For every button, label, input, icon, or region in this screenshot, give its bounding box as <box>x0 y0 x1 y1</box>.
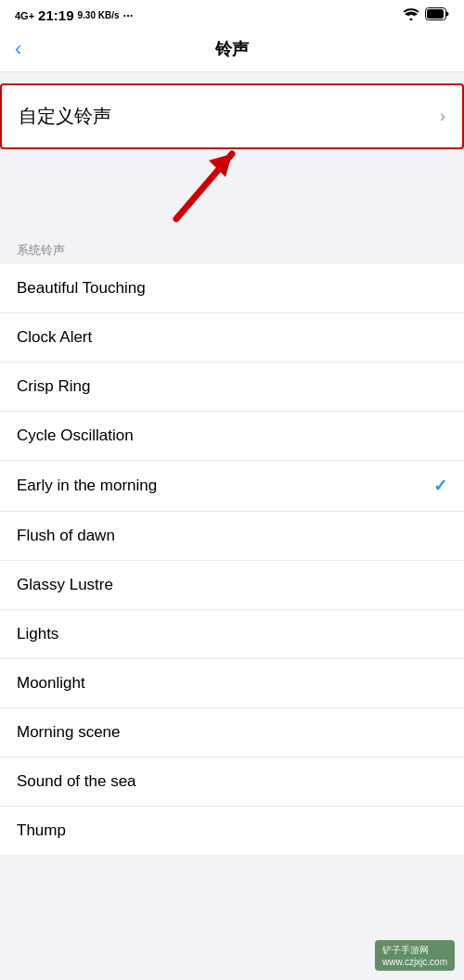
ringtone-name: Early in the morning <box>17 477 157 495</box>
back-button[interactable]: ‹ <box>15 37 21 61</box>
ringtone-name: Cycle Oscillation <box>17 426 134 445</box>
ringtone-item[interactable]: Beautiful Touching <box>0 264 464 313</box>
chevron-right-icon: › <box>440 107 445 126</box>
page-header: ‹ 铃声 <box>0 27 464 72</box>
ringtone-name: Crisp Ring <box>17 377 90 396</box>
wifi-icon <box>403 8 419 23</box>
check-icon: ✓ <box>433 476 447 496</box>
custom-ringtone-label: 自定义铃声 <box>19 104 111 129</box>
ringtone-item[interactable]: Crisp Ring <box>0 363 464 412</box>
ringtone-name: Morning scene <box>17 723 121 742</box>
status-right <box>403 7 449 23</box>
ringtone-item[interactable]: Glassy Lustre <box>0 561 464 610</box>
ringtone-item[interactable]: Lights <box>0 610 464 659</box>
network-speed: 9.30 KB/s <box>77 10 119 21</box>
clock: 21:19 <box>38 7 73 23</box>
red-arrow-icon <box>121 140 269 223</box>
ringtone-item[interactable]: Morning scene <box>0 708 464 757</box>
ringtone-item[interactable]: Clock Alert <box>0 313 464 363</box>
ringtone-item[interactable]: Sound of the sea <box>0 757 464 807</box>
status-bar: 4G+ 21:19 9.30 KB/s ··· <box>0 0 464 27</box>
battery-icon <box>425 7 449 23</box>
ringtone-list: Beautiful TouchingClock AlertCrisp RingC… <box>0 264 464 855</box>
ringtone-item[interactable]: Early in the morning✓ <box>0 461 464 512</box>
ringtone-item[interactable]: Moonlight <box>0 659 464 708</box>
system-section-label: 系统铃声 <box>0 233 464 264</box>
signal-icon: 4G+ <box>15 10 34 21</box>
ringtone-name: Sound of the sea <box>17 772 136 791</box>
ringtone-name: Flush of dawn <box>17 527 115 545</box>
ringtone-name: Moonlight <box>17 674 85 693</box>
watermark: 铲子手游网www.czjxjc.com <box>375 940 455 971</box>
page-title: 铃声 <box>215 38 249 60</box>
status-left: 4G+ 21:19 9.30 KB/s ··· <box>15 7 133 23</box>
dots: ··· <box>123 8 134 22</box>
custom-ringtone-row[interactable]: 自定义铃声 › <box>2 85 462 147</box>
ringtone-name: Glassy Lustre <box>17 576 113 594</box>
ringtone-name: Thump <box>17 821 66 840</box>
ringtone-name: Clock Alert <box>17 328 92 347</box>
ringtone-name: Beautiful Touching <box>17 279 146 298</box>
svg-rect-1 <box>427 9 444 19</box>
annotation-arrow <box>0 149 464 233</box>
ringtone-item[interactable]: Thump <box>0 807 464 855</box>
ringtone-name: Lights <box>17 625 58 643</box>
ringtone-item[interactable]: Cycle Oscillation <box>0 412 464 461</box>
ringtone-item[interactable]: Flush of dawn <box>0 512 464 561</box>
